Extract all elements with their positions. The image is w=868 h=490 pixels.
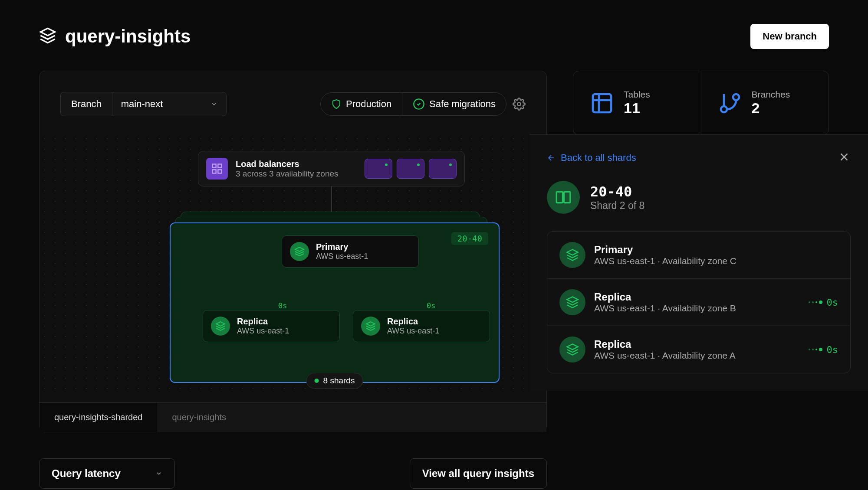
svg-rect-6 <box>593 94 611 112</box>
svg-point-1 <box>517 102 521 106</box>
node-title: Replica <box>387 317 439 327</box>
page-title: query-insights <box>65 26 191 47</box>
shard-count-pill[interactable]: 8 shards <box>306 373 363 389</box>
chevron-down-icon <box>155 470 162 477</box>
lb-node <box>397 159 424 179</box>
svg-rect-2 <box>213 164 216 168</box>
header: query-insights New branch <box>39 24 829 49</box>
stat-label: Branches <box>752 89 790 100</box>
lb-title: Load balancers <box>236 159 357 169</box>
production-pill[interactable]: Production <box>321 93 402 115</box>
stat-label: Tables <box>624 89 650 100</box>
stat-branches[interactable]: Branches 2 <box>701 71 829 135</box>
layers-icon <box>39 27 56 46</box>
node-sub: AWS us-east-1 · Availability zone C <box>594 256 736 266</box>
database-icon <box>559 289 585 315</box>
svg-rect-15 <box>556 192 562 203</box>
shard-icon <box>547 181 580 214</box>
lb-node <box>365 159 392 179</box>
close-icon[interactable] <box>838 150 851 163</box>
query-latency-button[interactable]: Query latency <box>39 458 175 489</box>
node-title: Replica <box>594 338 736 350</box>
lb-subtitle: 3 across 3 availability zones <box>236 169 357 179</box>
latency-indicator: 0s <box>809 344 838 355</box>
node-title: Replica <box>594 291 736 303</box>
shield-icon <box>331 99 342 109</box>
node-region: AWS us-east-1 <box>237 327 289 336</box>
database-icon <box>559 336 585 363</box>
shard-card[interactable]: 20-40 Primary AWS us-east-1 0s 0s <box>170 222 500 383</box>
shard-subtitle: Shard 2 of 8 <box>590 200 644 212</box>
lb-node <box>429 159 457 179</box>
node-region: AWS us-east-1 <box>387 327 439 336</box>
tab-default[interactable]: query-insights <box>157 403 546 432</box>
back-link[interactable]: Back to all shards <box>547 152 851 163</box>
check-circle-icon <box>413 98 425 110</box>
arrow-left-icon <box>547 154 556 162</box>
node-title: Replica <box>237 317 289 327</box>
primary-node[interactable]: Primary AWS us-east-1 <box>282 235 419 268</box>
database-icon <box>559 242 585 268</box>
load-balancer-box[interactable]: Load balancers 3 across 3 availability z… <box>198 151 465 186</box>
svg-point-10 <box>733 94 739 100</box>
database-icon <box>290 242 309 261</box>
shard-detail-panel: Back to all shards 20-40 Shard 2 of 8 Pr… <box>529 134 868 391</box>
stats-row: Tables 11 Branches 2 <box>573 71 829 135</box>
stat-tables[interactable]: Tables 11 <box>573 71 701 135</box>
tab-bar: query-insights-sharded query-insights <box>39 402 546 432</box>
node-sub: AWS us-east-1 · Availability zone B <box>594 303 736 314</box>
svg-rect-16 <box>564 192 570 203</box>
stat-value: 11 <box>624 100 650 117</box>
svg-rect-3 <box>218 164 221 168</box>
stat-value: 2 <box>752 100 790 117</box>
branch-value: main-next <box>121 98 163 110</box>
chevron-down-icon <box>210 101 217 108</box>
latency-indicator: 0s <box>809 297 838 308</box>
load-balancer-icon <box>206 158 228 180</box>
database-icon <box>211 317 230 336</box>
view-all-insights-link[interactable]: View all query insights <box>410 458 547 489</box>
node-row-primary[interactable]: Primary AWS us-east-1 · Availability zon… <box>547 232 850 279</box>
svg-rect-5 <box>218 170 221 173</box>
safe-migrations-pill[interactable]: Safe migrations <box>402 93 506 115</box>
node-list: Primary AWS us-east-1 · Availability zon… <box>547 231 851 373</box>
tab-sharded[interactable]: query-insights-sharded <box>39 403 157 432</box>
diagram-panel: Branch main-next Production Safe migrati… <box>39 71 547 432</box>
replica-node[interactable]: Replica AWS us-east-1 <box>353 310 490 342</box>
database-icon <box>361 317 380 336</box>
svg-point-11 <box>721 106 727 112</box>
status-dot <box>315 379 319 383</box>
branch-select[interactable]: main-next <box>112 92 227 116</box>
latency-label: 0s <box>427 301 435 310</box>
node-title: Primary <box>316 242 368 252</box>
node-row-replica[interactable]: Replica AWS us-east-1 · Availability zon… <box>547 326 850 373</box>
gear-icon[interactable] <box>513 98 526 111</box>
svg-rect-4 <box>213 170 216 173</box>
replica-node[interactable]: Replica AWS us-east-1 <box>203 310 340 342</box>
table-icon <box>590 91 614 115</box>
branch-label: Branch <box>60 92 112 116</box>
node-row-replica[interactable]: Replica AWS us-east-1 · Availability zon… <box>547 279 850 326</box>
latency-label: 0s <box>278 301 287 310</box>
node-title: Primary <box>594 244 736 256</box>
shard-range-tag: 20-40 <box>451 232 488 245</box>
node-region: AWS us-east-1 <box>316 252 368 261</box>
new-branch-button[interactable]: New branch <box>750 24 829 49</box>
shard-name: 20-40 <box>590 183 644 200</box>
node-sub: AWS us-east-1 · Availability zone A <box>594 350 736 361</box>
branch-icon <box>718 91 742 115</box>
